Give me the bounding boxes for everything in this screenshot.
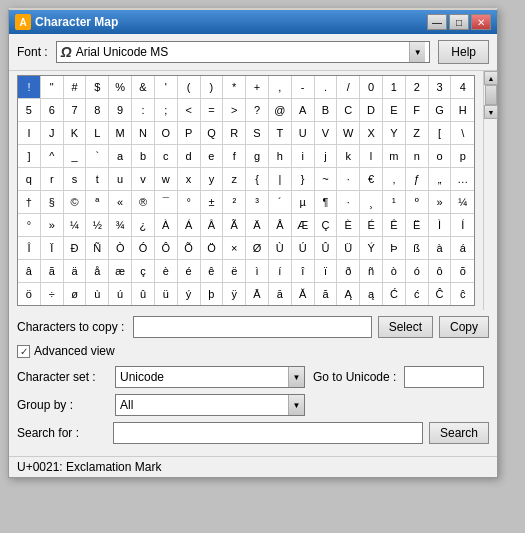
char-cell[interactable]: ; (155, 99, 178, 121)
char-cell[interactable]: Q (201, 122, 224, 144)
char-cell[interactable]: ¯ (155, 191, 178, 213)
search-input[interactable] (113, 422, 423, 444)
char-cell[interactable]: * (223, 76, 246, 98)
char-cell[interactable]: ^ (41, 145, 64, 167)
char-cell[interactable]: e (201, 145, 224, 167)
char-cell[interactable]: ć (406, 283, 429, 305)
char-cell[interactable]: â (18, 260, 41, 282)
char-cell[interactable]: ñ (360, 260, 383, 282)
char-cell[interactable]: „ (429, 168, 452, 190)
char-cell[interactable]: ¼ (451, 191, 474, 213)
char-cell[interactable]: Í (451, 214, 474, 236)
char-cell[interactable]: Å (269, 214, 292, 236)
char-cell[interactable]: o (429, 145, 452, 167)
close-button[interactable]: ✕ (471, 14, 491, 30)
char-cell[interactable]: f (223, 145, 246, 167)
char-cell[interactable]: n (406, 145, 429, 167)
char-cell[interactable]: × (223, 237, 246, 259)
maximize-button[interactable]: □ (449, 14, 469, 30)
char-cell[interactable]: & (132, 76, 155, 98)
char-cell[interactable]: k (337, 145, 360, 167)
char-cell[interactable]: Ą (337, 283, 360, 305)
char-cell[interactable]: · (337, 168, 360, 190)
char-cell[interactable]: ê (201, 260, 224, 282)
char-cell[interactable]: ÿ (223, 283, 246, 305)
char-cell[interactable]: z (223, 168, 246, 190)
char-cell[interactable]: [ (429, 122, 452, 144)
char-cell[interactable]: V (315, 122, 338, 144)
char-cell[interactable]: ó (406, 260, 429, 282)
char-cell[interactable]: Ă (292, 283, 315, 305)
char-cell[interactable]: ô (429, 260, 452, 282)
char-cell[interactable]: Î (18, 237, 41, 259)
char-cell[interactable]: á (451, 237, 474, 259)
char-cell[interactable]: X (360, 122, 383, 144)
char-cell[interactable]: Û (315, 237, 338, 259)
char-cell[interactable]: l (360, 145, 383, 167)
char-cell[interactable]: a (109, 145, 132, 167)
char-cell[interactable]: à (429, 237, 452, 259)
char-cell[interactable]: Ç (315, 214, 338, 236)
char-cell[interactable]: Ü (337, 237, 360, 259)
search-button[interactable]: Search (429, 422, 489, 444)
char-cell[interactable]: ~ (315, 168, 338, 190)
char-cell[interactable]: s (64, 168, 87, 190)
advanced-view-checkbox[interactable]: ✓ (17, 345, 30, 358)
char-cell[interactable]: Ö (201, 237, 224, 259)
char-cell[interactable]: ƒ (406, 168, 429, 190)
char-cell[interactable]: E (383, 99, 406, 121)
charset-dropdown-arrow[interactable]: ▼ (288, 367, 304, 387)
char-cell[interactable]: » (429, 191, 452, 213)
char-cell[interactable]: x (178, 168, 201, 190)
char-cell[interactable]: u (109, 168, 132, 190)
char-cell[interactable]: p (451, 145, 474, 167)
char-cell[interactable]: . (315, 76, 338, 98)
char-cell[interactable]: / (337, 76, 360, 98)
char-cell[interactable]: ¿ (132, 214, 155, 236)
char-cell[interactable]: T (269, 122, 292, 144)
char-cell[interactable]: { (246, 168, 269, 190)
char-cell[interactable]: Ì (429, 214, 452, 236)
char-cell[interactable]: < (178, 99, 201, 121)
char-cell[interactable]: - (292, 76, 315, 98)
char-cell[interactable]: b (132, 145, 155, 167)
char-cell[interactable]: Ï (41, 237, 64, 259)
char-cell[interactable]: Þ (383, 237, 406, 259)
char-cell[interactable]: Ý (360, 237, 383, 259)
char-cell[interactable]: § (41, 191, 64, 213)
char-cell[interactable]: Õ (178, 237, 201, 259)
char-cell[interactable]: " (41, 76, 64, 98)
char-cell[interactable]: ä (64, 260, 87, 282)
char-cell[interactable]: å (86, 260, 109, 282)
char-cell[interactable]: 5 (18, 99, 41, 121)
char-cell[interactable]: Ê (383, 214, 406, 236)
char-cell[interactable]: M (109, 122, 132, 144)
char-cell[interactable]: _ (64, 145, 87, 167)
char-cell[interactable]: y (201, 168, 224, 190)
char-cell[interactable]: 9 (109, 99, 132, 121)
char-cell[interactable]: ½ (86, 214, 109, 236)
char-cell[interactable]: i (292, 145, 315, 167)
char-cell[interactable]: Ā (246, 283, 269, 305)
char-cell[interactable]: © (64, 191, 87, 213)
char-cell[interactable]: é (178, 260, 201, 282)
char-cell[interactable]: ¸ (360, 191, 383, 213)
group-select[interactable]: All ▼ (115, 394, 305, 416)
char-cell[interactable]: ì (246, 260, 269, 282)
char-cell[interactable]: ù (86, 283, 109, 305)
char-cell[interactable]: q (18, 168, 41, 190)
char-cell[interactable]: ' (155, 76, 178, 98)
char-cell[interactable]: v (132, 168, 155, 190)
char-cell[interactable]: Ã (223, 214, 246, 236)
char-cell[interactable]: 3 (429, 76, 452, 98)
char-cell[interactable]: ø (64, 283, 87, 305)
char-cell[interactable]: Ø (246, 237, 269, 259)
char-cell[interactable]: À (155, 214, 178, 236)
char-cell[interactable]: È (337, 214, 360, 236)
char-cell[interactable]: ÷ (41, 283, 64, 305)
char-cell[interactable]: C (337, 99, 360, 121)
char-cell[interactable]: 0 (360, 76, 383, 98)
char-cell[interactable]: ü (155, 283, 178, 305)
charset-select[interactable]: Unicode ▼ (115, 366, 305, 388)
char-cell[interactable]: ? (246, 99, 269, 121)
